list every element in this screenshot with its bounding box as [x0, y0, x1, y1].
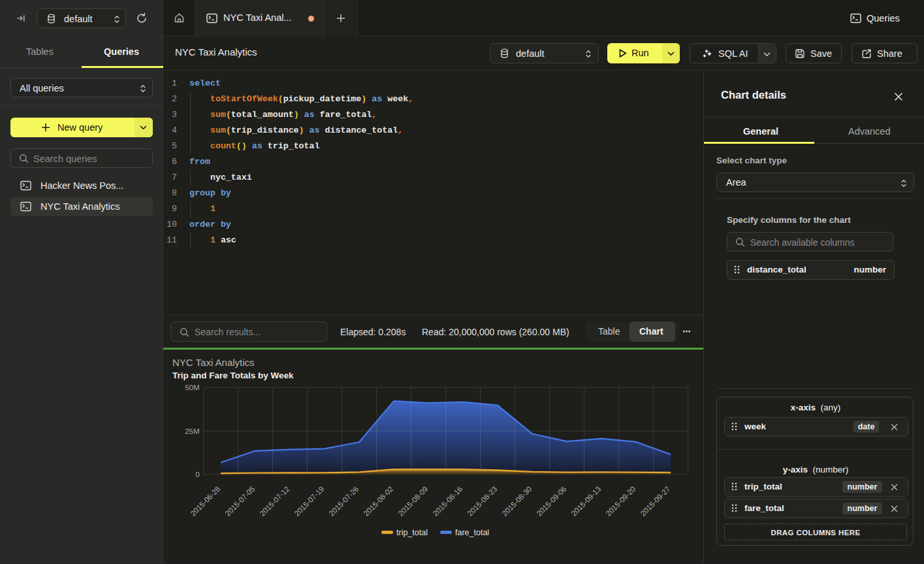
svg-text:2015-08-23: 2015-08-23 [466, 485, 498, 518]
svg-text:2015-09-27: 2015-09-27 [639, 485, 671, 518]
svg-text:2015-07-05: 2015-07-05 [223, 485, 256, 518]
svg-text:25M: 25M [185, 427, 199, 435]
svg-text:2015-08-09: 2015-08-09 [396, 485, 429, 518]
svg-text:fare_total: fare_total [455, 528, 489, 537]
svg-text:Trip and Fare Totals by Week: Trip and Fare Totals by Week [172, 371, 294, 380]
svg-text:2015-07-26: 2015-07-26 [327, 485, 360, 518]
svg-text:2015-07-19: 2015-07-19 [293, 485, 325, 518]
svg-text:2015-08-16: 2015-08-16 [431, 485, 464, 518]
svg-text:0: 0 [195, 471, 199, 478]
svg-text:2015-07-12: 2015-07-12 [258, 485, 291, 518]
svg-text:NYC Taxi Analytics: NYC Taxi Analytics [172, 357, 255, 368]
svg-text:2015-09-13: 2015-09-13 [569, 485, 602, 518]
svg-text:trip_total: trip_total [396, 528, 428, 537]
svg-text:2015-09-20: 2015-09-20 [604, 485, 637, 518]
svg-text:50M: 50M [185, 384, 199, 391]
svg-text:2015-09-06: 2015-09-06 [535, 485, 567, 518]
svg-text:2015-06-28: 2015-06-28 [189, 485, 221, 518]
svg-text:2015-08-02: 2015-08-02 [362, 485, 394, 518]
svg-text:2015-08-30: 2015-08-30 [500, 485, 533, 518]
